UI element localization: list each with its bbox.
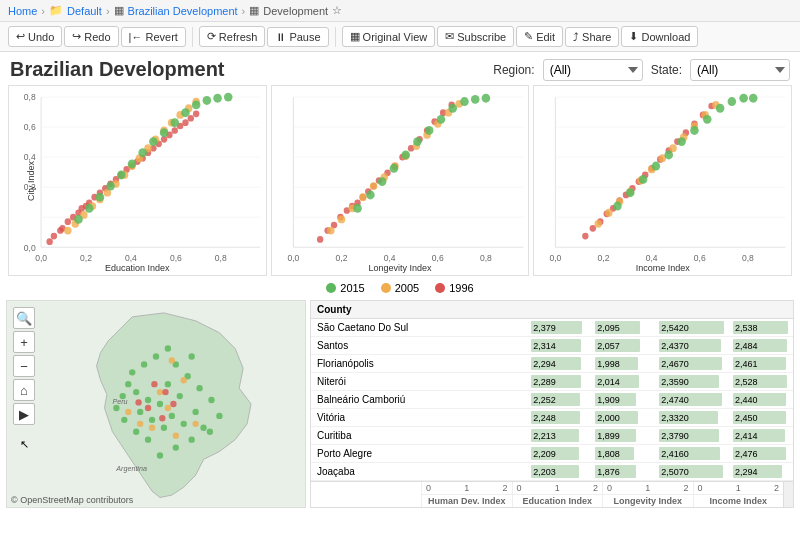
table-row[interactable]: Florianópolis2,2941,9982,46702,461	[311, 355, 793, 373]
refresh-label: Refresh	[219, 31, 258, 43]
breadcrumb-home[interactable]: Home	[8, 5, 37, 17]
svg-text:0,8: 0,8	[742, 252, 754, 262]
svg-point-221	[207, 429, 213, 435]
share-button[interactable]: ⤴ Share	[565, 27, 619, 47]
bar-cell: 2,057	[591, 337, 655, 355]
bottom-row: 🔍 + − ⌂ ▶ ↖	[0, 298, 800, 510]
legend-2005: 2005	[381, 282, 419, 294]
map-section[interactable]: 🔍 + − ⌂ ▶ ↖	[6, 300, 306, 508]
county-cell: São Caetano Do Sul	[311, 319, 527, 337]
pause-button[interactable]: ⏸ Pause	[267, 27, 328, 47]
svg-text:0,2: 0,2	[335, 252, 347, 262]
breadcrumb-sep-1: ›	[41, 5, 45, 17]
svg-point-198	[149, 417, 155, 423]
svg-text:Argentina: Argentina	[115, 465, 147, 473]
undo-label: Undo	[28, 31, 54, 43]
svg-point-47	[64, 227, 71, 235]
region-select[interactable]: (All)	[543, 59, 643, 81]
svg-point-132	[448, 104, 457, 113]
county-cell: Porto Alegre	[311, 445, 527, 463]
svg-point-228	[125, 409, 131, 415]
breadcrumb-default[interactable]: Default	[67, 5, 102, 17]
svg-point-130	[425, 126, 434, 135]
svg-point-178	[613, 202, 622, 211]
page-title: Brazilian Development	[10, 58, 485, 81]
table-row[interactable]: Niterói2,2892,0142,35902,528	[311, 373, 793, 391]
table-section: County São Caetano Do Sul2,3792,0952,542…	[310, 300, 794, 508]
original-view-button[interactable]: ▦ Original View	[342, 26, 436, 47]
edit-label: Edit	[536, 31, 555, 43]
revert-button[interactable]: |← Revert	[121, 27, 186, 47]
table-axis-empty	[311, 482, 421, 507]
svg-point-206	[165, 345, 171, 351]
x-axis-label-longevity: Longevity Index	[368, 263, 431, 273]
inc-col-label: Income Index	[694, 494, 784, 507]
bar-cell: 2,4370	[655, 337, 729, 355]
svg-point-204	[141, 361, 147, 367]
table-header-hdi	[527, 301, 591, 319]
scatter-chart-income[interactable]: 0,0 0,2 0,4 0,6 0,8	[533, 85, 792, 276]
bar-cell: 2,213	[527, 427, 591, 445]
breadcrumb-icon-table: ▦	[249, 4, 259, 17]
svg-point-148	[582, 233, 588, 240]
redo-button[interactable]: ↪ Redo	[64, 26, 118, 47]
legend-label-1996: 1996	[449, 282, 473, 294]
region-label: Region:	[493, 63, 534, 77]
breadcrumb-star-icon[interactable]: ☆	[332, 4, 342, 17]
table-row[interactable]: Vitória2,2482,0002,33202,450	[311, 409, 793, 427]
svg-point-181	[652, 162, 661, 171]
bar-cell: 2,4740	[655, 391, 729, 409]
svg-point-194	[157, 401, 163, 407]
scatter-chart-longevity[interactable]: 0,0 0,2 0,4 0,6 0,8	[271, 85, 530, 276]
edit-button[interactable]: ✎ Edit	[516, 26, 563, 47]
table-row[interactable]: Porto Alegre2,2091,8082,41602,476	[311, 445, 793, 463]
svg-text:Peru: Peru	[112, 398, 127, 406]
svg-point-187	[728, 97, 737, 106]
state-select[interactable]: (All)	[690, 59, 790, 81]
state-label: State:	[651, 63, 682, 77]
table-row[interactable]: Joaçaba2,2031,8762,50702,294	[311, 463, 793, 481]
svg-point-207	[188, 353, 194, 359]
county-cell: Santos	[311, 337, 527, 355]
download-label: Download	[641, 31, 690, 43]
toolbar-separator-2	[335, 27, 336, 47]
table-row[interactable]: São Caetano Do Sul2,3792,0952,54202,538	[311, 319, 793, 337]
envelope-icon: ✉	[445, 30, 454, 43]
breadcrumb-brazilian-dev[interactable]: Brazilian Development	[128, 5, 238, 17]
table-row[interactable]: Santos2,3142,0572,43702,484	[311, 337, 793, 355]
table-row[interactable]: Balneário Camboriú2,2521,9092,47402,440	[311, 391, 793, 409]
svg-point-45	[188, 115, 194, 122]
subscribe-button[interactable]: ✉ Subscribe	[437, 26, 514, 47]
undo-button[interactable]: ↩ Undo	[8, 26, 62, 47]
bar-cell: 2,294	[527, 355, 591, 373]
svg-point-209	[192, 409, 198, 415]
bar-cell: 1,909	[591, 391, 655, 409]
svg-point-133	[460, 97, 469, 106]
subscribe-label: Subscribe	[457, 31, 506, 43]
scrollbar-spacer	[783, 482, 793, 507]
download-button[interactable]: ⬇ Download	[621, 26, 698, 47]
svg-point-124	[353, 204, 362, 213]
x-axis-label-education: Education Index	[105, 263, 170, 273]
map-zoom-out-button[interactable]: −	[13, 355, 35, 377]
svg-text:0,0: 0,0	[24, 242, 36, 252]
bar-cell: 2,289	[527, 373, 591, 391]
svg-point-70	[138, 148, 147, 157]
map-home-button[interactable]: ⌂	[13, 379, 35, 401]
svg-point-236	[135, 399, 141, 405]
table-row[interactable]: Curitiba2,2131,8992,37902,414	[311, 427, 793, 445]
refresh-button[interactable]: ⟳ Refresh	[199, 26, 266, 47]
map-zoom-in-button[interactable]: +	[13, 331, 35, 353]
table-inner[interactable]: County São Caetano Do Sul2,3792,0952,542…	[311, 301, 793, 481]
svg-point-64	[74, 215, 83, 224]
undo-icon: ↩	[16, 30, 25, 43]
county-cell: Florianópolis	[311, 355, 527, 373]
svg-point-199	[137, 409, 143, 415]
scatter-chart-education[interactable]: 0,8 0,6 0,4 0,2 0,0 0,0 0,2 0,4 0,6 0,8	[8, 85, 267, 276]
map-search-button[interactable]: 🔍	[13, 307, 35, 329]
map-arrow-button[interactable]: ▶	[13, 403, 35, 425]
svg-point-215	[133, 429, 139, 435]
county-cell: Balneário Camboriú	[311, 391, 527, 409]
bar-cell: 2,538	[729, 319, 793, 337]
svg-text:0,0: 0,0	[550, 252, 562, 262]
